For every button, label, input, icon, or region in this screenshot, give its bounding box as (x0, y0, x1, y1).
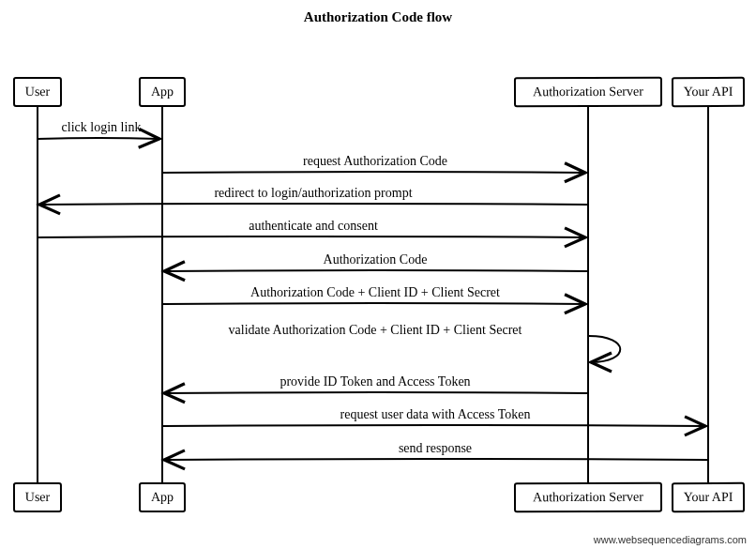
actor-authserver-bottom: Authorization Server (514, 482, 662, 513)
msg-validate: validate Authorization Code + Client ID … (229, 323, 522, 338)
actor-label: Authorization Server (533, 84, 643, 99)
sequence-diagram: Authorization Code flow User App Authori… (0, 0, 756, 549)
actor-label: User (25, 490, 50, 504)
footer-attribution: www.websequencediagrams.com (594, 534, 747, 545)
actor-authserver-top: Authorization Server (514, 77, 662, 108)
actor-label: Your API (684, 490, 733, 504)
lifeline-app (161, 107, 163, 482)
msg-auth-code: Authorization Code (324, 252, 428, 267)
msg-redirect-prompt: redirect to login/authorization prompt (214, 186, 412, 201)
msg-send-response: send response (399, 441, 472, 456)
msg-provide-tokens: provide ID Token and Access Token (280, 374, 470, 389)
msg-request-user-data: request user data with Access Token (340, 407, 531, 422)
diagram-title: Authorization Code flow (0, 9, 756, 25)
actor-label: Authorization Server (533, 490, 643, 504)
actor-label: App (151, 490, 174, 504)
msg-click-login: click login link (62, 120, 142, 135)
lifeline-authserver (587, 107, 589, 482)
msg-request-auth-code: request Authorization Code (303, 154, 447, 169)
lifeline-user (37, 107, 38, 482)
actor-label: App (151, 84, 174, 99)
actor-api-bottom: Your API (672, 482, 745, 512)
actor-api-top: Your API (672, 77, 745, 107)
actor-user-top: User (13, 77, 62, 107)
lifeline-api (707, 107, 709, 482)
msg-code-clientid-secret: Authorization Code + Client ID + Client … (250, 285, 500, 300)
msg-authenticate-consent: authenticate and consent (249, 219, 378, 234)
actor-label: User (25, 84, 50, 99)
actor-user-bottom: User (13, 482, 62, 512)
actor-app-top: App (139, 77, 186, 107)
actor-label: Your API (684, 84, 733, 99)
actor-app-bottom: App (139, 482, 186, 512)
